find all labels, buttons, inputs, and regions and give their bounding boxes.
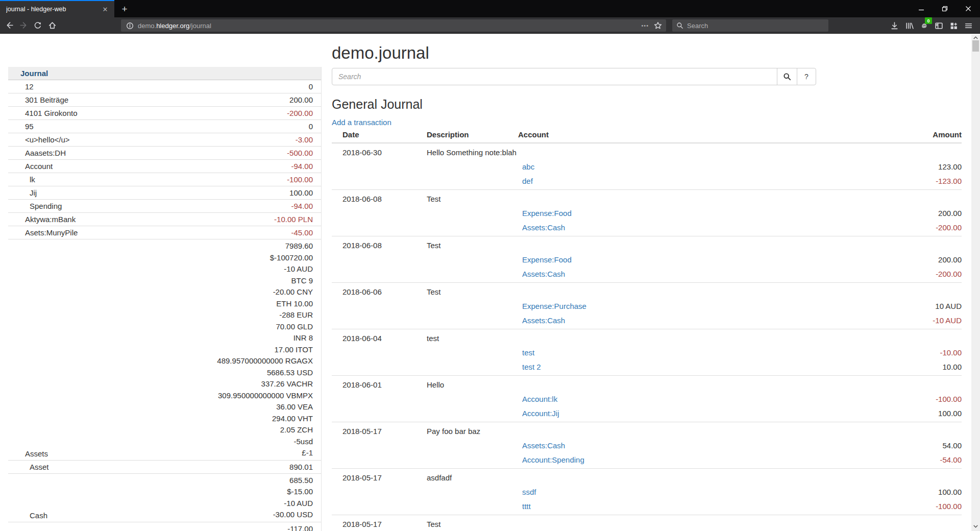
- account-balance: $-15.00: [273, 486, 313, 498]
- transaction-row[interactable]: 2018-05-17 Test: [332, 515, 962, 531]
- posting-account-link[interactable]: test 2: [518, 360, 541, 374]
- page-scrollbar[interactable]: [971, 34, 980, 531]
- posting-account-link[interactable]: Assets:Cash: [518, 221, 565, 235]
- account-link[interactable]: Aaasets:DH: [8, 148, 66, 158]
- transaction-row[interactable]: 2018-05-17 Pay foo bar baz Assets:Cash 5…: [332, 422, 962, 469]
- transaction-date: 2018-06-04: [332, 329, 427, 346]
- bookmark-star-icon[interactable]: [654, 21, 662, 30]
- reload-button[interactable]: [31, 18, 45, 33]
- site-info-icon[interactable]: [126, 22, 134, 30]
- account-link[interactable]: Spending: [8, 201, 62, 211]
- posting-account-link[interactable]: tttt: [518, 499, 531, 514]
- posting-account-link[interactable]: Expense:Food: [518, 253, 572, 267]
- posting-row: Assets:Cash 54.00: [332, 439, 962, 453]
- account-link[interactable]: Jij: [8, 187, 37, 198]
- posting-account-link[interactable]: Account:lk: [518, 392, 557, 406]
- account-link[interactable]: Cash: [8, 510, 47, 521]
- window-restore-button[interactable]: [933, 0, 957, 17]
- sidebar-account-row: Aktywa:mBank -10.00 PLN: [8, 213, 321, 226]
- extension-button[interactable]: 0: [917, 19, 932, 32]
- transaction-row[interactable]: 2018-05-17 asdfadf ssdf 100.00 tttt -100…: [332, 469, 962, 515]
- journal-search-button[interactable]: [777, 68, 797, 85]
- sidebar-account-row: 301 Beiträge 200.00: [8, 93, 321, 107]
- posting-account-link[interactable]: Assets:Cash: [518, 267, 565, 281]
- account-link[interactable]: Asset: [8, 462, 49, 472]
- scrollbar-down-icon[interactable]: [971, 523, 980, 530]
- account-link[interactable]: Asets:MunyPile: [8, 227, 78, 238]
- account-balance: INR 8: [217, 332, 313, 344]
- page-actions-icon[interactable]: •••: [641, 22, 649, 29]
- accounts-sidebar: Journal 12 0 301 Beiträge 200.00 4101 Gi…: [8, 67, 322, 531]
- page-title: demo.journal: [332, 43, 962, 63]
- transaction-row[interactable]: 2018-06-08 Test Expense:Food 200.00 Asse…: [332, 190, 962, 236]
- column-header-account: Account: [518, 130, 817, 143]
- account-balance: 70.00 GLD: [217, 321, 313, 333]
- account-balance: -100.00: [287, 174, 313, 185]
- posting-row: Expense:Purchase 10 AUD: [332, 299, 962, 313]
- account-link[interactable]: Assets: [8, 448, 48, 459]
- account-balance: -10 AUD: [273, 498, 313, 510]
- posting-account-link[interactable]: abc: [518, 160, 534, 174]
- downloads-button[interactable]: [887, 19, 902, 32]
- account-link[interactable]: Aktywa:mBank: [8, 214, 76, 225]
- sidebar-item-journal[interactable]: Journal: [20, 69, 48, 78]
- sidebar-journal-row[interactable]: Journal: [8, 67, 321, 80]
- posting-account-link[interactable]: Expense:Food: [518, 206, 572, 221]
- posting-row: ssdf 100.00: [332, 485, 962, 499]
- account-balance: -45.00: [291, 227, 313, 238]
- posting-account-link[interactable]: Expense:Purchase: [518, 299, 586, 313]
- tab-close-icon[interactable]: ✕: [100, 4, 110, 14]
- scrollbar-thumb[interactable]: [972, 40, 979, 52]
- url-bar[interactable]: demo.hledger.org/journal •••: [121, 19, 666, 32]
- account-balance-group: 200.00: [289, 94, 313, 105]
- posting-amount: -10.00: [817, 346, 962, 360]
- account-balance-group: 100.00: [289, 187, 313, 198]
- account-balance-group: -100.00: [287, 174, 313, 185]
- account-balance-group: -3.00: [296, 134, 313, 145]
- menu-button[interactable]: [961, 19, 976, 32]
- transaction-row[interactable]: 2018-06-04 test test -10.00 test 2 10.00: [332, 329, 962, 376]
- posting-account-link[interactable]: ssdf: [518, 485, 536, 499]
- new-tab-button[interactable]: +: [117, 2, 132, 16]
- browser-search-bar[interactable]: Search: [672, 19, 828, 32]
- account-link[interactable]: 12: [8, 81, 34, 92]
- posting-account-link[interactable]: def: [518, 174, 533, 188]
- account-link[interactable]: 95: [8, 121, 34, 132]
- window-close-button[interactable]: [957, 0, 980, 17]
- posting-account-link[interactable]: Assets:Cash: [518, 439, 565, 453]
- account-balance: 685.50: [273, 475, 313, 487]
- account-balance-group: 685.50$-15.00-10 AUD-30.00 USD: [273, 475, 313, 521]
- forward-button[interactable]: [16, 18, 31, 33]
- account-balance: 489.957000000000 RGAGX: [217, 355, 313, 367]
- transaction-description: Test: [427, 190, 962, 207]
- account-balance: 890.01: [289, 462, 313, 472]
- account-link[interactable]: lk: [8, 174, 35, 185]
- posting-account-link[interactable]: test: [518, 346, 534, 360]
- search-help-button[interactable]: ?: [797, 68, 816, 85]
- journal-search-input[interactable]: [332, 68, 777, 85]
- transaction-row[interactable]: 2018-06-01 Hello Account:lk -100.00 Acco…: [332, 376, 962, 422]
- tile-menu-button[interactable]: [946, 19, 961, 32]
- posting-account-link[interactable]: Account:Spending: [518, 453, 584, 467]
- library-button[interactable]: [902, 19, 917, 32]
- add-transaction-link[interactable]: Add a transaction: [332, 118, 391, 127]
- transaction-description: test: [427, 329, 962, 346]
- account-balance-group: -117.00: [287, 523, 313, 531]
- sidebar-account-row: Aaasets:DH -500.00: [8, 147, 321, 160]
- account-link[interactable]: 301 Beiträge: [8, 94, 68, 105]
- posting-account-link[interactable]: Assets:Cash: [518, 313, 565, 328]
- transaction-row[interactable]: 2018-06-30 Hello Something note:blah abc…: [332, 143, 962, 190]
- account-link[interactable]: Account: [8, 161, 53, 172]
- transaction-date: 2018-06-08: [332, 236, 427, 253]
- window-minimize-button[interactable]: [910, 0, 933, 17]
- browser-tab[interactable]: journal - hledger-web ✕: [0, 0, 114, 17]
- transaction-row[interactable]: 2018-06-06 Test Expense:Purchase 10 AUD …: [332, 283, 962, 329]
- sidebars-button[interactable]: [932, 19, 946, 32]
- back-button[interactable]: [2, 18, 16, 33]
- account-link[interactable]: <u>hello</u>: [8, 134, 70, 145]
- transaction-row[interactable]: 2018-06-08 Test Expense:Food 200.00 Asse…: [332, 236, 962, 283]
- home-button[interactable]: [45, 18, 59, 33]
- account-link[interactable]: 4101 Girokonto: [8, 108, 78, 118]
- posting-row: Account:Jij 100.00: [332, 406, 962, 422]
- posting-account-link[interactable]: Account:Jij: [518, 406, 559, 421]
